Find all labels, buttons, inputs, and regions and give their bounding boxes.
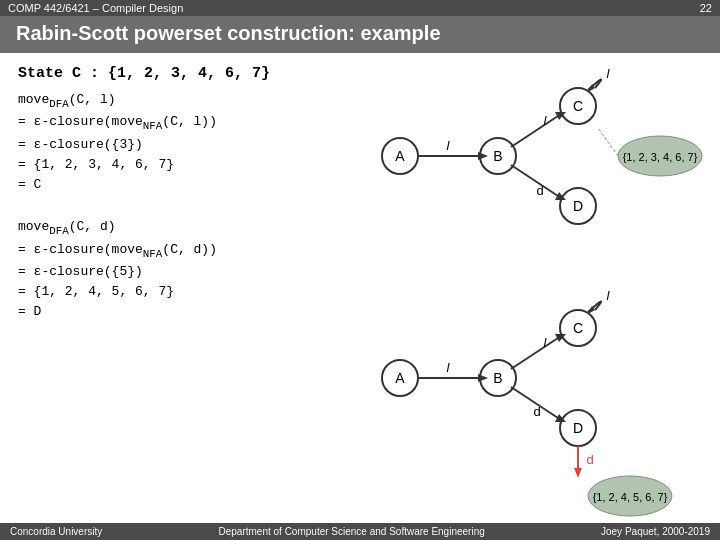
svg-text:d: d — [536, 183, 543, 198]
svg-text:C: C — [573, 98, 583, 114]
svg-text:C: C — [573, 320, 583, 336]
svg-text:D: D — [573, 420, 583, 436]
svg-text:d: d — [533, 404, 540, 419]
top-bar: COMP 442/6421 – Compiler Design 22 — [0, 0, 720, 16]
svg-text:l: l — [607, 288, 611, 303]
svg-text:{1, 2, 4, 5, 6, 7}: {1, 2, 4, 5, 6, 7} — [593, 491, 668, 503]
svg-line-21 — [598, 128, 618, 156]
svg-line-7 — [511, 116, 558, 147]
footer-center: Department of Computer Science and Softw… — [219, 526, 485, 537]
footer: Concordia University Department of Compu… — [0, 523, 720, 540]
svg-text:{1, 2, 3, 4, 6, 7}: {1, 2, 3, 4, 6, 7} — [623, 151, 698, 163]
svg-line-29 — [511, 338, 558, 369]
svg-text:l: l — [544, 113, 548, 128]
svg-text:l: l — [447, 360, 451, 375]
svg-text:d: d — [586, 452, 593, 467]
svg-text:B: B — [493, 370, 502, 386]
footer-left: Concordia University — [10, 526, 102, 537]
svg-text:A: A — [395, 370, 405, 386]
svg-line-14 — [511, 165, 558, 196]
svg-text:l: l — [607, 66, 611, 81]
svg-text:D: D — [573, 198, 583, 214]
slide-number: 22 — [700, 2, 712, 14]
svg-text:l: l — [544, 335, 548, 350]
diagrams-svg: A l B l C l d D {1, 2, 3, 4, 6, 7} — [340, 48, 710, 538]
svg-marker-42 — [574, 468, 582, 478]
svg-text:l: l — [447, 138, 451, 153]
footer-right: Joey Paquet, 2000-2019 — [601, 526, 710, 537]
svg-text:B: B — [493, 148, 502, 164]
diagram-area: A l B l C l d D {1, 2, 3, 4, 6, 7} — [340, 48, 710, 538]
svg-text:A: A — [395, 148, 405, 164]
course-label: COMP 442/6421 – Compiler Design — [8, 2, 183, 14]
